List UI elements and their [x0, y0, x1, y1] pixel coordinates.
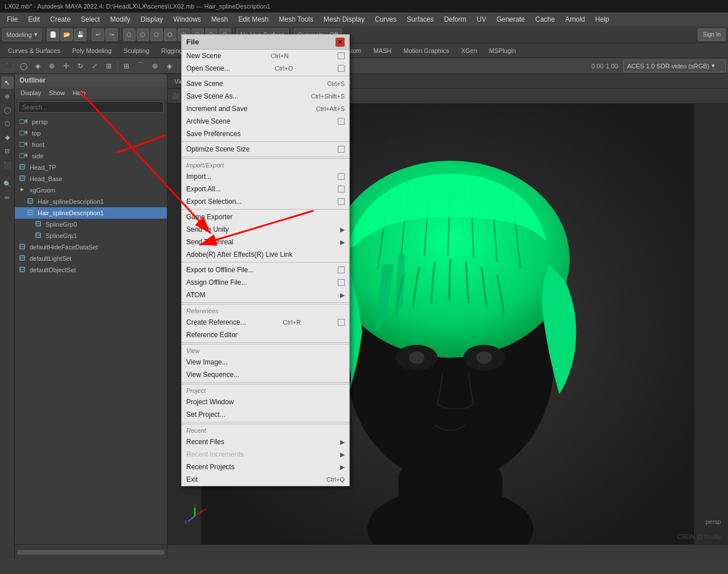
snap-grid-btn[interactable]: ⊞: [120, 59, 133, 73]
module-tab-curves-&-surfaces[interactable]: Curves & Surfaces: [2, 46, 66, 56]
undo-btn[interactable]: ↩: [92, 28, 104, 41]
tool-btn-4[interactable]: ⬡: [164, 28, 177, 41]
sign-in-btn[interactable]: Sign In: [698, 28, 726, 41]
left-toolbar[interactable]: ↖ ⊕ ◯ ⬡ ◆ ⊟ ⬛ 🔍 ✏: [0, 74, 15, 559]
file-menu-item-archive-scene[interactable]: Archive Scene: [182, 115, 349, 128]
file-menu-item-import-[interactable]: Import...: [182, 170, 349, 183]
outliner-item[interactable]: SplineGrp0: [15, 219, 167, 230]
menu-item-edit-mesh[interactable]: Edit Mesh: [234, 14, 273, 24]
menu-item-deform[interactable]: Deform: [439, 14, 471, 24]
file-menu-item-game-exporter[interactable]: Game Exporter: [182, 211, 349, 223]
menu-item-curves[interactable]: Curves: [370, 14, 401, 24]
file-menu-checkbox[interactable]: [338, 319, 345, 326]
face-btn[interactable]: ⬛: [1, 158, 14, 171]
module-tab-sculpting[interactable]: Sculpting: [118, 46, 155, 56]
lasso-tool-btn[interactable]: ◯: [1, 104, 14, 116]
redo-btn[interactable]: ↪: [105, 28, 118, 41]
module-dropdown[interactable]: Modeling ▾: [2, 28, 42, 41]
file-menu-item-save-preferences[interactable]: Save Preferences: [182, 128, 349, 140]
vp-camera-btn[interactable]: 🎥: [170, 91, 182, 102]
module-tab-motion-graphics[interactable]: Motion Graphics: [398, 46, 455, 56]
outliner-item[interactable]: side: [15, 150, 167, 162]
menu-item-display[interactable]: Display: [136, 14, 167, 24]
file-menu-item-create-reference-[interactable]: Create Reference...Ctrl+R: [182, 316, 349, 329]
outliner-menu-display[interactable]: Display: [17, 88, 44, 97]
file-menu-item-view-image-[interactable]: View Image...: [182, 356, 349, 368]
outliner-item[interactable]: persp: [15, 116, 167, 128]
file-menu-item-recent-projects[interactable]: Recent Projects▶: [182, 461, 349, 473]
file-menu-item-export-to-offline-file-[interactable]: Export to Offline File...: [182, 264, 349, 276]
file-menu-popup[interactable]: File × New SceneCtrl+NOpen Scene...Ctrl+…: [181, 34, 350, 486]
file-menu-item-export-selection-[interactable]: Export Selection...: [182, 195, 349, 208]
module-tab-msplugin[interactable]: MSPlugin: [484, 46, 522, 56]
menu-item-surfaces[interactable]: Surfaces: [402, 14, 438, 24]
menu-item-help[interactable]: Help: [591, 14, 614, 24]
paint-select-btn[interactable]: ⊕: [1, 90, 14, 102]
module-tabs[interactable]: Curves & SurfacesPoly ModelingSculptingR…: [0, 43, 728, 58]
snap-point-btn[interactable]: ⊕: [148, 59, 162, 73]
outliner-item[interactable]: front: [15, 139, 167, 150]
file-menu-item-send-to-unity[interactable]: Send To Unity▶: [182, 223, 349, 236]
file-menu-item-new-scene[interactable]: New SceneCtrl+N: [182, 50, 349, 62]
select-icon-btn[interactable]: ⬛: [2, 59, 16, 73]
snap-surface-btn[interactable]: ◈: [162, 59, 176, 73]
file-menu-close-button[interactable]: ×: [336, 38, 345, 47]
outliner-menu[interactable]: DisplayShowHelp: [15, 87, 167, 99]
file-menu-item-exit[interactable]: ExitCtrl+Q: [182, 473, 349, 486]
file-menu-item-view-sequence-[interactable]: View Sequence...: [182, 368, 349, 381]
outliner-item[interactable]: Hair_splineDescription1: [15, 207, 167, 219]
module-tab-poly-modeling[interactable]: Poly Modeling: [67, 46, 117, 56]
lasso-icon-btn[interactable]: ◯: [17, 59, 30, 73]
tool-btn-1[interactable]: ⬡: [123, 28, 136, 41]
file-menu-checkbox[interactable]: [338, 118, 345, 125]
menu-item-edit[interactable]: Edit: [23, 14, 44, 24]
outliner-item[interactable]: Head_Base: [15, 173, 167, 184]
outliner-item[interactable]: defaultLightSet: [15, 253, 167, 264]
module-tab-mash[interactable]: MASH: [368, 46, 398, 56]
menu-item-generate[interactable]: Generate: [492, 14, 529, 24]
file-menu-item-reference-editor[interactable]: Reference Editor: [182, 329, 349, 341]
file-menu-checkbox[interactable]: [338, 52, 345, 59]
file-menu-item-recent-files[interactable]: Recent Files▶: [182, 436, 349, 448]
file-menu-checkbox[interactable]: [338, 198, 345, 205]
file-menu-item-assign-offline-file-[interactable]: Assign Offline File...: [182, 276, 349, 289]
module-tab-xgen[interactable]: XGen: [455, 46, 482, 56]
outliner-item[interactable]: Hair_splineDescription1: [15, 196, 167, 207]
new-scene-btn[interactable]: 📄: [47, 28, 59, 41]
file-menu-item-set-project-[interactable]: Set Project...: [182, 408, 349, 421]
file-menu-checkbox[interactable]: [338, 173, 345, 180]
file-menu-item-project-window[interactable]: Project Window: [182, 396, 349, 408]
menu-item-create[interactable]: Create: [46, 14, 75, 24]
main-toolbar[interactable]: Modeling ▾ 📄 📂 💾 ↩ ↪ ⬡ ⬡ ⬡ ⬡ ⬡ ⬡ ⬡ ⬡ No …: [0, 26, 728, 43]
menu-item-select[interactable]: Select: [76, 14, 104, 24]
file-menu-item-adobe-r-after-effects-r-live-link[interactable]: Adobe(R) After Effects(R) Live Link: [182, 248, 349, 261]
outliner-item[interactable]: Head_TP: [15, 162, 167, 173]
open-btn[interactable]: 📂: [60, 28, 73, 41]
outliner-item[interactable]: xgGroom: [15, 184, 167, 196]
file-menu-item-increment-and-save[interactable]: Increment and SaveCtrl+Alt+S: [182, 102, 349, 115]
file-menu-item-open-scene-[interactable]: Open Scene...Ctrl+O: [182, 62, 349, 75]
edge-btn[interactable]: ⊟: [1, 145, 14, 157]
outliner-search-bar[interactable]: [15, 99, 167, 115]
file-menu-checkbox[interactable]: [338, 65, 345, 72]
file-menu-item-atom[interactable]: ATOM▶: [182, 289, 349, 301]
file-menu-item-optimize-scene-size[interactable]: Optimize Scene Size: [182, 143, 349, 155]
snap-curve-btn[interactable]: ⌒: [134, 59, 148, 73]
scale-icon-btn[interactable]: ⤢: [88, 59, 101, 73]
tool-btn-2[interactable]: ⬡: [137, 28, 149, 41]
icon-toolbar[interactable]: ⬛ ◯ ◈ ⊕ ✛ ↻ ⤢ ⊞ ⊞ ⌒ ⊕ ◈ ⬡ ▶ ▶▶ 0.00 1.00…: [0, 58, 728, 74]
menu-item-windows[interactable]: Windows: [169, 14, 206, 24]
tool-btn-3[interactable]: ⬡: [150, 28, 163, 41]
outliner-item[interactable]: defaultObjectSet: [15, 264, 167, 276]
menu-item-uv[interactable]: UV: [472, 14, 491, 24]
file-menu-checkbox[interactable]: [338, 186, 345, 192]
outliner-item[interactable]: top: [15, 128, 167, 139]
sculpt-tool-btn[interactable]: ⬡: [1, 117, 14, 130]
brush-icon-btn[interactable]: ◈: [31, 59, 44, 73]
outliner-item[interactable]: defaultHideFaceDataSet: [15, 241, 167, 253]
file-menu-item-send-to-unreal[interactable]: Send To Unreal▶: [182, 236, 349, 248]
vertex-btn[interactable]: ◆: [1, 131, 14, 144]
file-menu-item-save-scene[interactable]: Save SceneCtrl+S: [182, 77, 349, 90]
outliner-scrollbar[interactable]: [15, 544, 167, 559]
move-icon-btn[interactable]: ✛: [59, 59, 73, 73]
